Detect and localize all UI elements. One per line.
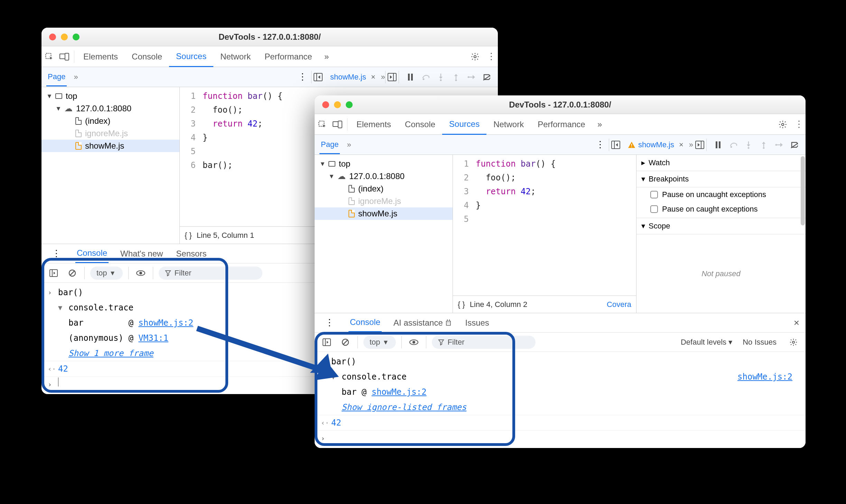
scope-section[interactable]: ▾Scope bbox=[636, 218, 806, 234]
breakpoints-section[interactable]: ▾Breakpoints bbox=[636, 171, 806, 187]
drawer-tab-whatsnew[interactable]: What's new bbox=[119, 245, 164, 263]
tab-network[interactable]: Network bbox=[486, 114, 531, 134]
tree-origin[interactable]: 127.0.0.1:8080 bbox=[76, 104, 131, 113]
drawer-tab-console[interactable]: Console bbox=[348, 313, 382, 332]
collapse-right-pane-icon[interactable] bbox=[693, 138, 706, 151]
file-tree[interactable]: ▼top ▼127.0.0.1:8080 (index) ignoreMe.js… bbox=[315, 155, 453, 313]
tab-elements[interactable]: Elements bbox=[76, 46, 125, 67]
step-into-icon[interactable] bbox=[742, 138, 755, 151]
open-file-tab[interactable]: showMe.js × bbox=[325, 73, 381, 82]
tree-ignoreme[interactable]: ignoreMe.js bbox=[358, 196, 401, 206]
step-over-icon[interactable] bbox=[727, 138, 740, 151]
close-icon[interactable] bbox=[49, 34, 56, 40]
device-toolbar-icon[interactable] bbox=[57, 50, 72, 63]
log-levels-selector[interactable]: Default levels ▾ bbox=[681, 338, 732, 347]
navigator-menu-icon[interactable]: ⋮ bbox=[592, 139, 609, 150]
tab-elements[interactable]: Elements bbox=[350, 114, 398, 134]
drawer-tab-ai[interactable]: AI assistance bbox=[392, 314, 453, 332]
gear-icon[interactable] bbox=[775, 118, 790, 131]
more-tabs-icon[interactable]: » bbox=[592, 120, 607, 129]
tab-performance[interactable]: Performance bbox=[258, 46, 319, 67]
minimize-icon[interactable] bbox=[334, 101, 341, 108]
pause-caught-checkbox[interactable]: Pause on caught exceptions bbox=[636, 202, 806, 218]
scrollbar[interactable] bbox=[801, 156, 805, 225]
collapse-left-pane-icon[interactable] bbox=[312, 71, 325, 84]
more-tabs-icon[interactable]: » bbox=[319, 52, 334, 62]
page-tab[interactable]: Page bbox=[319, 135, 340, 154]
live-expression-icon[interactable] bbox=[134, 267, 147, 280]
open-file-tab[interactable]: showMe.js × bbox=[622, 140, 689, 149]
tab-sources[interactable]: Sources bbox=[169, 47, 213, 67]
step-icon[interactable] bbox=[772, 138, 785, 151]
close-file-icon[interactable]: × bbox=[371, 73, 375, 82]
step-out-icon[interactable] bbox=[449, 71, 463, 84]
trace-link-showme[interactable]: showMe.js:2 bbox=[138, 318, 193, 328]
tab-network[interactable]: Network bbox=[213, 46, 258, 67]
tree-showme[interactable]: showMe.js bbox=[358, 209, 397, 218]
maximize-icon[interactable] bbox=[73, 34, 80, 40]
trace-source-link[interactable]: showMe.js:2 bbox=[737, 370, 799, 384]
device-toolbar-icon[interactable] bbox=[330, 118, 345, 131]
pause-uncaught-checkbox[interactable]: Pause on uncaught exceptions bbox=[636, 187, 806, 202]
filter-input[interactable]: Filter bbox=[159, 267, 262, 280]
tree-top[interactable]: top bbox=[66, 91, 77, 101]
show-ignore-listed-link[interactable]: Show ignore-listed frames bbox=[342, 400, 466, 414]
sidebar-toggle-icon[interactable] bbox=[47, 267, 60, 280]
trace-link-showme[interactable]: showMe.js:2 bbox=[372, 387, 427, 397]
console-settings-icon[interactable] bbox=[787, 336, 800, 349]
trace-link-vm[interactable]: VM31:1 bbox=[138, 333, 168, 343]
clear-console-icon[interactable] bbox=[66, 267, 79, 280]
context-selector[interactable]: top▾ bbox=[363, 336, 396, 349]
collapse-right-pane-icon[interactable] bbox=[385, 71, 399, 84]
tab-sources[interactable]: Sources bbox=[442, 114, 486, 135]
file-tree[interactable]: ▼top ▼127.0.0.1:8080 (index) ignoreMe.js… bbox=[41, 87, 180, 244]
clear-console-icon[interactable] bbox=[339, 336, 352, 349]
more-files-icon[interactable]: » bbox=[689, 140, 693, 149]
step-into-icon[interactable] bbox=[434, 71, 447, 84]
console-trace-label[interactable]: console.trace bbox=[342, 370, 737, 384]
gear-icon[interactable] bbox=[467, 50, 483, 63]
watch-section[interactable]: ▸Watch bbox=[636, 155, 806, 171]
tree-top[interactable]: top bbox=[339, 159, 350, 169]
close-file-icon[interactable]: × bbox=[679, 140, 684, 149]
pretty-print-icon[interactable]: { } bbox=[458, 300, 465, 309]
navigator-menu-icon[interactable]: ⋮ bbox=[294, 72, 311, 82]
show-more-frames-link[interactable]: Show 1 more frame bbox=[68, 346, 154, 360]
deactivate-breakpoints-icon[interactable] bbox=[480, 71, 493, 84]
kebab-icon[interactable]: ⋮ bbox=[483, 51, 498, 62]
pause-icon[interactable] bbox=[404, 71, 417, 84]
page-tab[interactable]: Page bbox=[46, 67, 67, 86]
drawer-tab-console[interactable]: Console bbox=[75, 244, 109, 263]
live-expression-icon[interactable] bbox=[407, 336, 420, 349]
step-icon[interactable] bbox=[465, 71, 478, 84]
pause-icon[interactable] bbox=[712, 138, 725, 151]
sidebar-toggle-icon[interactable] bbox=[320, 336, 333, 349]
more-files-icon[interactable]: » bbox=[381, 73, 385, 82]
tree-showme[interactable]: showMe.js bbox=[85, 141, 124, 151]
kebab-icon[interactable]: ⋮ bbox=[790, 119, 806, 130]
chevrons-icon[interactable]: » bbox=[347, 140, 351, 149]
step-out-icon[interactable] bbox=[757, 138, 770, 151]
minimize-icon[interactable] bbox=[61, 34, 68, 40]
chevrons-icon[interactable]: » bbox=[74, 73, 78, 82]
drawer-tab-issues[interactable]: Issues bbox=[464, 314, 490, 332]
drawer-menu-icon[interactable]: ⋮ bbox=[321, 317, 338, 328]
deactivate-breakpoints-icon[interactable] bbox=[788, 138, 801, 151]
tree-origin[interactable]: 127.0.0.1:8080 bbox=[349, 171, 405, 181]
tab-performance[interactable]: Performance bbox=[531, 114, 592, 134]
inspect-icon[interactable] bbox=[41, 50, 57, 63]
pretty-print-icon[interactable]: { } bbox=[185, 231, 192, 240]
drawer-menu-icon[interactable]: ⋮ bbox=[48, 248, 65, 259]
no-issues-label[interactable]: No Issues bbox=[743, 338, 777, 347]
coverage-label[interactable]: Covera bbox=[607, 300, 631, 309]
filter-input[interactable]: Filter bbox=[432, 336, 536, 349]
tree-index[interactable]: (index) bbox=[358, 184, 383, 194]
tree-ignoreme[interactable]: ignoreMe.js bbox=[85, 129, 128, 138]
code-text[interactable]: function bar() { foo(); return 42; } bbox=[474, 157, 636, 296]
maximize-icon[interactable] bbox=[346, 101, 353, 108]
close-drawer-icon[interactable]: × bbox=[794, 317, 799, 328]
tab-console[interactable]: Console bbox=[398, 114, 442, 134]
drawer-tab-sensors[interactable]: Sensors bbox=[175, 245, 208, 263]
tab-console[interactable]: Console bbox=[125, 46, 169, 67]
code-editor[interactable]: 12345 function bar() { foo(); return 42;… bbox=[453, 155, 636, 313]
